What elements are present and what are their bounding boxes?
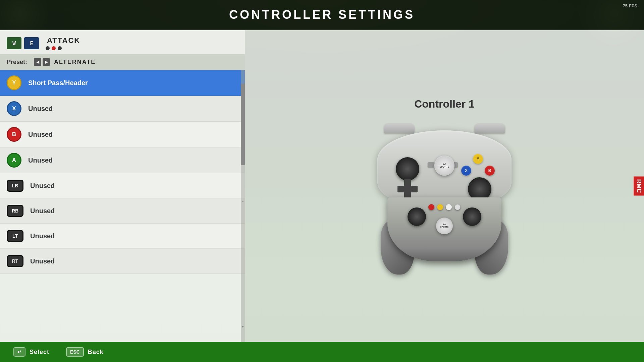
binding-list: YShort Pass/HeaderXUnusedBUnusedAUnusedL… — [0, 70, 245, 274]
btn-badge-rb: RB — [7, 205, 23, 217]
controller-body-top: EASPORTS Y X B A — [377, 130, 512, 204]
white-btn — [446, 204, 452, 210]
controller-display: EASPORTS Y X B A — [374, 120, 515, 275]
binding-action-4: Unused — [30, 182, 55, 190]
mode-label: ATTACK — [47, 36, 80, 45]
red-btn — [428, 204, 434, 210]
btn-badge-x: X — [7, 101, 21, 116]
dpad-vertical — [404, 179, 411, 199]
controller-body-bottom: EASPORTS — [387, 197, 501, 261]
back-key-badge: ESC — [66, 347, 84, 357]
preset-bar: Preset: ◀ ▶ ALTERNATE — [0, 54, 245, 70]
tab-e[interactable]: E — [24, 37, 39, 49]
binding-action-6: Unused — [30, 232, 55, 240]
binding-action-0: Short Pass/Header — [28, 79, 88, 87]
x-button: X — [461, 166, 471, 176]
btn-badge-lb: LB — [7, 180, 23, 192]
title-bar: CONTROLLER SETTINGS 75 FPS — [0, 0, 644, 30]
binding-item-b[interactable]: BUnused — [0, 122, 245, 147]
dot-1 — [46, 46, 50, 50]
binding-item-lt[interactable]: LTUnused — [0, 224, 245, 249]
back-button — [428, 162, 434, 168]
select-action: ↵ Select — [13, 347, 49, 357]
scrollbar-thumb — [241, 84, 245, 165]
ea-sports-button: EASPORTS — [434, 156, 454, 176]
page-title: CONTROLLER SETTINGS — [229, 8, 415, 22]
controller-bottom: EASPORTS — [377, 197, 512, 275]
binding-item-lb[interactable]: LBUnused — [0, 173, 245, 198]
controller-title: Controller 1 — [414, 98, 475, 110]
mode-tabs: W E ATTACK — [0, 30, 245, 54]
btn-badge-b: B — [7, 127, 21, 142]
bottom-bar: ↵ Select ESC Back — [0, 342, 644, 362]
binding-action-7: Unused — [30, 257, 55, 265]
binding-item-x[interactable]: XUnused — [0, 96, 245, 122]
preset-prev-button[interactable]: ◀ — [34, 58, 41, 66]
esc-label: ESC — [70, 349, 80, 355]
btn-badge-lt: LT — [7, 230, 23, 242]
binding-list-container: YShort Pass/HeaderXUnusedBUnusedAUnusedL… — [0, 70, 245, 342]
scroll-mid: ≡ — [241, 200, 245, 203]
binding-action-2: Unused — [28, 131, 53, 138]
preset-label: Preset: — [7, 59, 27, 66]
b-button: B — [485, 166, 495, 176]
enter-icon: ↵ — [17, 349, 21, 355]
dot-3 — [58, 46, 62, 50]
content-area: W E ATTACK Preset: ◀ ▶ ALTERNATE — [0, 30, 644, 342]
binding-item-a[interactable]: AUnused — [0, 147, 245, 173]
binding-action-5: Unused — [30, 207, 55, 215]
ea-logo-bottom: EASPORTS — [440, 223, 449, 228]
scrollbar[interactable]: ≡ ▼ — [241, 70, 245, 342]
btn-badge-rt: RT — [7, 255, 23, 267]
mode-dots — [46, 46, 80, 50]
left-panel: W E ATTACK Preset: ◀ ▶ ALTERNATE — [0, 30, 245, 342]
fps-counter: 75 FPS — [623, 3, 637, 8]
back-label: Back — [88, 349, 104, 356]
preset-next-button[interactable]: ▶ — [43, 58, 50, 66]
white-btn-2 — [454, 204, 461, 210]
btn-badge-y: Y — [7, 75, 21, 90]
dot-2 — [52, 46, 56, 50]
tab-w[interactable]: W — [7, 37, 21, 49]
bottom-face-buttons — [428, 204, 461, 210]
binding-item-rb[interactable]: RBUnused — [0, 198, 245, 224]
left-stick-bottom — [408, 207, 426, 226]
left-thumbstick — [396, 157, 419, 181]
bumper-right — [475, 124, 505, 133]
bumper-left — [384, 124, 414, 133]
right-panel: Controller 1 — [245, 30, 644, 342]
rmc-badge: RMC — [634, 177, 644, 196]
binding-action-3: Unused — [28, 157, 53, 164]
select-key-badge: ↵ — [13, 347, 25, 357]
binding-action-1: Unused — [28, 105, 53, 113]
select-label: Select — [30, 349, 49, 356]
ea-logo: EASPORTS — [440, 163, 449, 168]
left-stick-base — [396, 157, 419, 181]
preset-arrows: ◀ ▶ — [34, 58, 50, 66]
y-button: Y — [473, 154, 483, 164]
yellow-btn — [437, 204, 443, 210]
back-action: ESC Back — [66, 347, 104, 357]
binding-item-y[interactable]: YShort Pass/Header — [0, 70, 245, 96]
ea-center-bottom: EASPORTS — [436, 218, 453, 234]
binding-item-rt[interactable]: RTUnused — [0, 249, 245, 274]
scroll-down-arrow: ▼ — [241, 325, 245, 328]
btn-badge-a: A — [7, 153, 21, 168]
right-stick-bottom — [463, 207, 481, 226]
preset-value: ALTERNATE — [54, 59, 96, 66]
